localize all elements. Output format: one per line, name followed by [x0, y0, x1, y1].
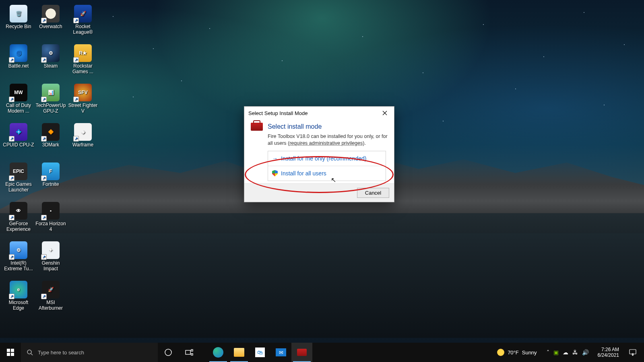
desktop-icon-cpu-z[interactable]: 💠↗CPUID CPU-Z [2, 121, 35, 160]
dialog-description: Fire Toolbox V18.0 can be installed for … [268, 133, 388, 147]
install-for-me-option[interactable]: → Install for me only (recommended) [268, 151, 386, 166]
cortana-button[interactable] [158, 343, 179, 362]
epic-games-icon: EPIC↗ [10, 162, 27, 180]
mail-icon: ✉ [276, 348, 286, 356]
weather-temp: 70°F [508, 350, 519, 356]
tray-network-icon[interactable]: 🖧 [572, 349, 578, 356]
desktop-icon-recycle-bin[interactable]: 🗑️Recycle Bin [2, 2, 35, 42]
svg-rect-0 [7, 349, 10, 352]
dialog-titlebar[interactable]: Select Setup Install Mode [244, 107, 394, 119]
geforce-experience-label: GeForce Experience [3, 221, 34, 232]
cpu-z-label: CPUID CPU-Z [3, 142, 34, 148]
steam-icon: ⚙↗ [42, 44, 60, 62]
desktop-icon-msi-afterburner[interactable]: 🚀↗MSI Afterburner [35, 278, 67, 318]
edge-icon [213, 347, 223, 358]
taskbar-app-mail[interactable]: ✉ [270, 343, 291, 362]
intel-xtu-icon: ⚙↗ [10, 241, 27, 259]
street-fighter-v-icon: SFV↗ [74, 84, 92, 101]
install-for-me-label: Install for me only (recommended) [281, 155, 366, 162]
forza-horizon-4-label: Forza Horizon 4 [35, 221, 66, 232]
battle-net-label: Battle.net [8, 64, 29, 69]
tray-chevron-up-icon[interactable]: ˄ [547, 349, 549, 356]
desktop-icon-steam[interactable]: ⚙↗Steam [35, 42, 67, 81]
desktop-icon-rocket-league[interactable]: 🚀↗Rocket League® [67, 2, 99, 42]
desktop-icon-street-fighter-v[interactable]: SFV↗Street Fighter V [67, 81, 99, 121]
microsoft-edge-label: Microsoft Edge [3, 300, 34, 311]
desktop-icon-forza-horizon-4[interactable]: ▪↗Forza Horizon 4 [35, 200, 67, 239]
dialog-title: Select Setup Install Mode [248, 110, 308, 116]
steam-label: Steam [44, 64, 58, 69]
shortcut-overlay-icon: ↗ [9, 97, 14, 102]
shortcut-overlay-icon: ↗ [73, 136, 79, 142]
desktop-icon-grid: 🗑️Recycle Bin↗Overwatch🚀↗Rocket League®🌀… [2, 2, 99, 318]
taskbar-app-explorer[interactable] [229, 343, 250, 362]
3dmark-icon: 🔶↗ [42, 123, 60, 141]
store-icon: 🛍 [255, 348, 265, 357]
fortnite-label: Fortnite [43, 182, 59, 187]
tray-volume-icon[interactable]: 🔊 [582, 349, 589, 356]
svg-point-5 [165, 349, 171, 356]
folder-icon [234, 348, 244, 357]
street-fighter-v-label: Street Fighter V [67, 103, 99, 114]
desktop-icon-microsoft-edge[interactable]: e↗Microsoft Edge [2, 278, 35, 318]
svg-rect-8 [191, 354, 193, 355]
svg-rect-6 [186, 350, 190, 354]
rockstar-games-icon: R★↗ [74, 44, 92, 62]
shortcut-overlay-icon: ↗ [41, 215, 47, 220]
system-tray: 70°F Sunny ˄ ▣ ☁ 🖧 🔊 7:26 AM 6/24/2021 8 [492, 343, 644, 362]
shortcut-overlay-icon: ↗ [73, 18, 79, 23]
shortcut-overlay-icon: ↗ [41, 97, 47, 102]
windows-logo-icon [7, 349, 14, 356]
action-center-button[interactable]: 8 [625, 348, 641, 356]
taskbar-app-edge[interactable] [208, 343, 229, 362]
taskbar-clock[interactable]: 7:26 AM 6/24/2021 [594, 347, 623, 358]
shield-icon [272, 170, 278, 177]
taskbar-app-installer[interactable] [291, 343, 312, 362]
notification-count: 8 [632, 352, 634, 356]
gpu-z-label: TechPowerUp GPU-Z [35, 103, 66, 114]
clock-date: 6/24/2021 [598, 352, 619, 358]
desktop-icon-genshin-impact[interactable]: ✦↗Genshin Impact [35, 239, 67, 278]
shortcut-overlay-icon: ↗ [41, 175, 47, 181]
desktop-icon-warframe[interactable]: ◈↗Warframe [67, 121, 99, 160]
sun-icon [497, 349, 504, 356]
weather-condition: Sunny [522, 350, 537, 356]
close-button[interactable] [376, 107, 394, 119]
desktop-icon-3dmark[interactable]: 🔶↗3DMark [35, 121, 67, 160]
geforce-experience-icon: 👁↗ [10, 202, 27, 220]
intel-xtu-label: Intel(R) Extreme Tu... [3, 261, 34, 272]
taskbar-app-store[interactable]: 🛍 [250, 343, 270, 362]
start-button[interactable] [0, 343, 21, 362]
clock-time: 7:26 AM [598, 347, 619, 352]
task-view-button[interactable] [179, 343, 200, 362]
install-for-all-label: Install for all users [281, 170, 326, 177]
search-icon [27, 349, 33, 356]
svg-point-4 [27, 350, 31, 354]
msi-afterburner-label: MSI Afterburner [35, 300, 66, 311]
desktop-icon-overwatch[interactable]: ↗Overwatch [35, 2, 67, 42]
desktop-icon-battle-net[interactable]: 🌀↗Battle.net [2, 42, 35, 81]
desktop-icon-geforce-experience[interactable]: 👁↗GeForce Experience [2, 200, 35, 239]
desktop-icon-cod-mw[interactable]: MW↗Call of Duty Modern ... [2, 81, 35, 121]
svg-rect-3 [11, 353, 14, 356]
shortcut-overlay-icon: ↗ [73, 57, 79, 63]
warframe-icon: ◈↗ [74, 123, 92, 141]
cancel-button[interactable]: Cancel [357, 188, 389, 198]
dialog-heading: Select install mode [268, 123, 322, 130]
gpu-z-icon: 📊↗ [42, 84, 60, 101]
cpu-z-icon: 💠↗ [10, 123, 27, 141]
desktop-icon-rockstar-games[interactable]: R★↗Rockstar Games ... [67, 42, 99, 81]
desktop-icon-epic-games[interactable]: EPIC↗Epic Games Launcher [2, 160, 35, 200]
taskbar-search[interactable]: Type here to search [21, 343, 158, 362]
svg-rect-2 [7, 353, 10, 356]
desktop-icon-intel-xtu[interactable]: ⚙↗Intel(R) Extreme Tu... [2, 239, 35, 278]
desktop-icon-fortnite[interactable]: F↗Fortnite [35, 160, 67, 200]
shortcut-overlay-icon: ↗ [41, 57, 47, 63]
tray-onedrive-icon[interactable]: ☁ [563, 349, 568, 356]
desktop-icon-gpu-z[interactable]: 📊↗TechPowerUp GPU-Z [35, 81, 67, 121]
install-for-all-option[interactable]: Install for all users [268, 166, 386, 181]
weather-widget[interactable]: 70°F Sunny [492, 349, 541, 356]
tray-nvidia-icon[interactable]: ▣ [553, 349, 559, 356]
shortcut-overlay-icon: ↗ [9, 57, 14, 63]
cod-mw-icon: MW↗ [10, 84, 27, 101]
